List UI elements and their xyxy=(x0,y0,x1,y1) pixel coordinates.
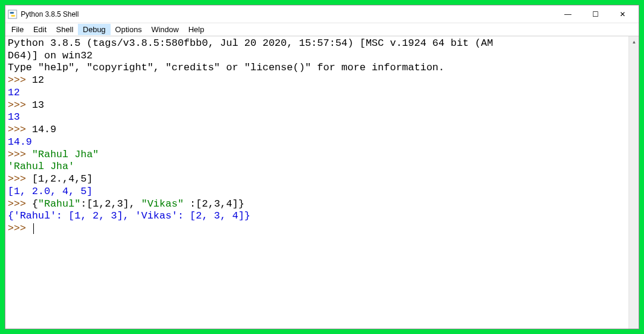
titlebar: Python 3.8.5 Shell — ☐ ✕ xyxy=(5,5,639,23)
shell-text-area[interactable]: Python 3.8.5 (tags/v3.8.5:580fbb0, Jul 2… xyxy=(5,36,629,329)
input-line: 13 xyxy=(32,99,44,111)
input-line: "Rahul Jha" xyxy=(32,149,99,160)
banner-line: Type "help", "copyright", "credits" or "… xyxy=(8,62,445,73)
scroll-up-icon[interactable]: ▴ xyxy=(629,36,639,46)
output-line: 'Rahul Jha' xyxy=(8,161,74,172)
svg-rect-0 xyxy=(8,10,17,18)
banner-line: Python 3.8.5 (tags/v3.8.5:580fbb0, Jul 2… xyxy=(8,38,493,49)
output-line: 14.9 xyxy=(8,136,32,148)
menubar: File Edit Shell Debug Options Window Hel… xyxy=(5,23,639,36)
window-title: Python 3.8.5 Shell xyxy=(21,10,554,18)
menu-shell[interactable]: Shell xyxy=(51,24,78,35)
prompt: >>> xyxy=(8,149,32,160)
text-cursor xyxy=(33,223,34,234)
menu-debug[interactable]: Debug xyxy=(78,24,110,35)
output-line: 12 xyxy=(8,87,20,98)
output-line: {'Rahul': [1, 2, 3], 'Vikas': [2, 3, 4]} xyxy=(8,210,250,221)
menu-edit[interactable]: Edit xyxy=(29,24,51,35)
prompt: >>> xyxy=(8,99,32,111)
close-button[interactable]: ✕ xyxy=(609,5,636,23)
prompt: >>> xyxy=(8,173,32,185)
menu-help[interactable]: Help xyxy=(184,24,209,35)
prompt: >>> xyxy=(8,198,32,210)
banner-line: D64)] on win32 xyxy=(8,50,93,61)
input-line: 12 xyxy=(32,74,44,86)
prompt: >>> xyxy=(8,74,32,86)
python-idle-icon xyxy=(8,10,17,19)
prompt: >>> xyxy=(8,223,32,234)
input-line: {"Rahul":[1,2,3], "Vikas" :[2,3,4]} xyxy=(32,198,244,210)
minimize-button[interactable]: — xyxy=(554,5,582,23)
input-line: 14.9 xyxy=(32,124,56,135)
input-line: [1,2.,4,5] xyxy=(32,173,93,185)
idle-window: Python 3.8.5 Shell — ☐ ✕ File Edit Shell… xyxy=(5,5,639,329)
window-controls: — ☐ ✕ xyxy=(554,5,636,23)
menu-file[interactable]: File xyxy=(7,24,29,35)
output-line: 13 xyxy=(8,111,20,123)
menu-options[interactable]: Options xyxy=(111,24,147,35)
menu-window[interactable]: Window xyxy=(146,24,183,35)
maximize-button[interactable]: ☐ xyxy=(582,5,609,23)
content-wrap: Python 3.8.5 (tags/v3.8.5:580fbb0, Jul 2… xyxy=(5,36,639,329)
output-line: [1, 2.0, 4, 5] xyxy=(8,186,93,197)
vertical-scrollbar[interactable]: ▴ xyxy=(629,36,639,329)
prompt: >>> xyxy=(8,124,32,135)
